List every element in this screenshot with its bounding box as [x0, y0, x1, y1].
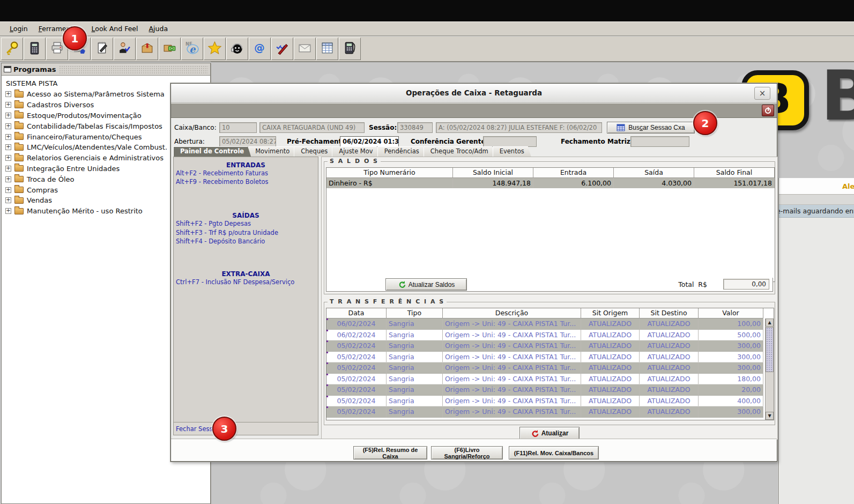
- cell: 05/02/2024: [326, 396, 387, 407]
- alerts-header: Ale: [779, 178, 854, 195]
- cell: ATUALIZADO: [581, 362, 640, 374]
- shortcut-shift-f2-pgto-depesas[interactable]: Shift+F2 - Pgto Depesas: [174, 219, 318, 228]
- close-icon[interactable]: ×: [754, 87, 770, 100]
- transfer-row[interactable]: 05/02/2024SangriaOrigem -> Uni: 49 - CAI…: [326, 396, 774, 407]
- saldos-row[interactable]: Dinheiro - R$148.947,186.100,004.030,001…: [326, 178, 775, 188]
- shortcut-alt-f9-recebimento-boletos[interactable]: Alt+F9 - Recebimento Boletos: [174, 177, 318, 186]
- toolbar-button-calculator[interactable]: [24, 38, 46, 60]
- toolbar-button-cash-box[interactable]: [159, 38, 181, 60]
- spreadsheet-icon: [320, 41, 335, 57]
- dialog-titlebar[interactable]: Operações de Caixa - Retaguarda ×: [171, 84, 777, 103]
- alerts-gap: [779, 195, 854, 205]
- menu-item-login[interactable]: Login: [4, 25, 33, 33]
- expand-plus-icon[interactable]: +: [5, 134, 11, 140]
- expand-plus-icon[interactable]: +: [5, 113, 11, 118]
- annotation-badge-2: 2: [693, 111, 717, 135]
- tab-painel-de-controle[interactable]: Painel de Controle: [173, 146, 251, 157]
- emails-pending-row[interactable]: e-mails aguardando envio.: [779, 205, 854, 218]
- expand-plus-icon[interactable]: +: [5, 155, 11, 161]
- expand-plus-icon[interactable]: +: [5, 102, 11, 108]
- saldos-group-label: S A L D O S: [328, 158, 381, 165]
- tab-pende-ncias[interactable]: Pendências: [377, 146, 426, 157]
- column-header-tipo-numera-rio[interactable]: Tipo Numerário: [326, 168, 453, 178]
- cell: Sangria: [387, 362, 443, 374]
- atualizar-saldos-button[interactable]: Atualizar Saldos: [385, 278, 467, 291]
- toolbar-button-pos-terminal[interactable]: [339, 38, 361, 60]
- expand-plus-icon[interactable]: +: [5, 123, 11, 129]
- transfer-row[interactable]: 05/02/2024SangriaOrigem -> Uni: 49 - CAI…: [326, 374, 774, 385]
- envelope-icon: [298, 41, 312, 57]
- column-header-saldo-final[interactable]: Saldo Final: [694, 168, 775, 178]
- transfer-row[interactable]: 05/02/2024SangriaOrigem -> Uni: 49 - CAI…: [326, 352, 774, 363]
- toolbar-button-login-key[interactable]: [1, 38, 23, 60]
- column-header-data[interactable]: Data: [326, 308, 387, 318]
- footer-button-f11-rel-mov-caixa-bancos[interactable]: (F11)Rel. Mov. Caixa/Bancos: [509, 446, 599, 459]
- shortcut-ctrl-f7-inclusa-o-nf-despesa-servic-o[interactable]: Ctrl+F7 - Inclusão NF Despesa/Serviço: [174, 278, 318, 286]
- column-header-sai-da[interactable]: Saída: [614, 168, 694, 178]
- folder-icon: [14, 187, 24, 193]
- programs-titlebar[interactable]: Programas: [2, 63, 210, 76]
- cell: Origem -> Uni: 49 - CAIXA PISTA1 Tur...: [443, 362, 581, 374]
- expand-plus-icon[interactable]: +: [5, 166, 11, 172]
- toolbar-button-notepad[interactable]: [91, 38, 113, 60]
- shortcut-shift-f4-depo-sito-banca-rio[interactable]: Shift+F4 - Depósito Bancário: [174, 237, 318, 246]
- toolbar-button-email-at[interactable]: @: [249, 38, 271, 60]
- footer-button-f5-rel-resumo-de-caixa[interactable]: (F5)Rel. Resumo de Caixa: [353, 446, 427, 459]
- column-header-sit-destino[interactable]: Sit Destino: [640, 308, 699, 318]
- expand-plus-icon[interactable]: +: [5, 91, 11, 97]
- expand-plus-icon[interactable]: +: [5, 176, 11, 182]
- column-header-tipo[interactable]: Tipo: [387, 308, 443, 318]
- shortcut-section-title: EXTRA-CAIXA: [174, 270, 318, 278]
- tab-cheque-troco-adm[interactable]: Cheque Troco/Adm: [424, 146, 495, 157]
- shortcut-alt-f2-recebimento-faturas[interactable]: Alt+F2 - Recebimento Faturas: [174, 169, 318, 177]
- shortcut-shift-f3-trf-r-p-outra-unidade[interactable]: Shift+F3 - Trf R$ p/outra Unidade: [174, 228, 318, 237]
- transfer-row[interactable]: 05/02/2024SangriaOrigem -> Uni: 49 - CAI…: [326, 362, 774, 374]
- transfer-row[interactable]: 06/02/2024SangriaOrigem -> Uni: 49 - CAI…: [326, 330, 774, 341]
- column-header-sit-origem[interactable]: Sit Origem: [581, 308, 640, 318]
- menu-item-look-and-feel[interactable]: Look And Feel: [86, 25, 144, 33]
- shortcuts-panel: Fechar Sessão ENTRADASAlt+F2 - Recebimen…: [173, 157, 318, 435]
- cell: ATUALIZADO: [640, 330, 699, 341]
- toolbar-button-user-check[interactable]: [114, 38, 136, 60]
- transfer-row[interactable]: 06/02/2024SangriaOrigem -> Uni: 49 - CAI…: [326, 318, 774, 330]
- transfer-row[interactable]: 05/02/2024SangriaOrigem -> Uni: 49 - CAI…: [326, 340, 774, 352]
- cell: 05/02/2024: [326, 362, 387, 374]
- toolbar-button-support[interactable]: [226, 38, 248, 60]
- transfer-row[interactable]: 05/02/2024SangriaOrigem -> Uni: 49 - CAI…: [326, 384, 774, 396]
- saldos-table: Tipo NumerárioSaldo InicialEntradaSaídaS…: [326, 167, 775, 282]
- info-icon[interactable]: [762, 105, 774, 116]
- fechamento-matriz-field: [630, 136, 689, 147]
- toolbar-button-sign-pen[interactable]: [271, 38, 293, 60]
- cell: 6.100,00: [533, 178, 614, 188]
- atualizar-button[interactable]: Atualizar: [519, 427, 580, 440]
- footer-button-f6-livro-sangria-reforc-o[interactable]: (F6)Livro Sangria/Reforço: [431, 446, 503, 459]
- toolbar-button-star[interactable]: [204, 38, 226, 60]
- expand-plus-icon[interactable]: +: [5, 197, 11, 203]
- tab-cheques[interactable]: Cheques: [294, 146, 335, 157]
- expand-plus-icon[interactable]: +: [5, 144, 11, 150]
- cell: 05/02/2024: [326, 352, 387, 363]
- support-icon: [230, 41, 244, 57]
- transfer-row[interactable]: 05/02/2024SangriaOrigem -> Uni: 49 - CAI…: [326, 406, 774, 418]
- toolbar: NFe@: [0, 36, 854, 62]
- expand-plus-icon[interactable]: +: [5, 208, 11, 214]
- fechamento-matriz-label: Fechamento Matriz:: [561, 138, 633, 145]
- toolbar-button-package[interactable]: [136, 38, 158, 60]
- menu-item-ajuda[interactable]: Ajuda: [144, 25, 174, 33]
- dialog-toolstrip: [171, 103, 777, 118]
- toolbar-button-spreadsheet[interactable]: [316, 38, 338, 60]
- toolbar-button-nfe[interactable]: NFe: [181, 38, 203, 60]
- toolbar-button-envelope[interactable]: [294, 38, 316, 60]
- tab-ajuste-mov[interactable]: Ajuste Mov: [332, 146, 380, 157]
- tab-movimento[interactable]: Movimento: [248, 146, 296, 157]
- tab-eventos[interactable]: Eventos: [493, 146, 531, 157]
- column-header-entrada[interactable]: Entrada: [533, 168, 614, 178]
- tree-item-label: Contabilidade/Tabelas Fiscais/Impostos: [27, 122, 162, 130]
- cell: 05/02/2024: [326, 340, 387, 352]
- buscar-sessao-button[interactable]: Buscar Sessao Cxa: [607, 122, 695, 134]
- column-header-descric-a-o[interactable]: Descrição: [443, 308, 581, 318]
- column-header-valor[interactable]: Valor: [699, 308, 763, 318]
- expand-plus-icon[interactable]: +: [5, 187, 11, 193]
- column-header-saldo-inicial[interactable]: Saldo Inicial: [453, 168, 533, 178]
- pre-fechamento-field[interactable]: 06/02/2024 01:31: [340, 136, 399, 147]
